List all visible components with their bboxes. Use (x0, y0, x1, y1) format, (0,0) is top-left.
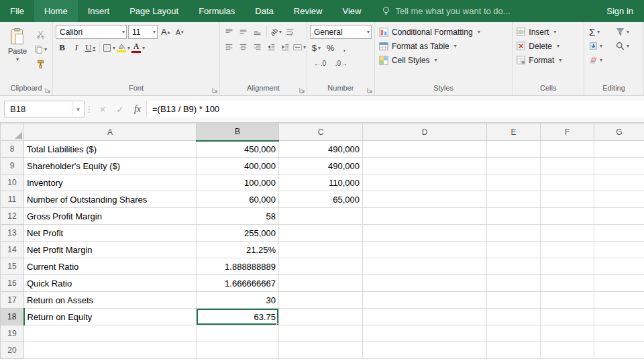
cell-E13[interactable] (487, 225, 541, 242)
cell-B16[interactable]: 1.666666667 (197, 275, 279, 292)
cell-F10[interactable] (541, 174, 594, 191)
cell-D13[interactable] (363, 225, 487, 242)
cell-G20[interactable] (594, 342, 644, 359)
row-header-9[interactable]: 9 (1, 158, 24, 174)
align-center-button[interactable] (237, 40, 250, 54)
cell-G13[interactable] (594, 225, 644, 242)
paste-dropdown-arrow[interactable]: ▾ (16, 56, 19, 62)
cell-B15[interactable]: 1.888888889 (197, 258, 279, 275)
cell-E19[interactable] (487, 325, 541, 342)
cell-F14[interactable] (541, 242, 594, 258)
cell-A11[interactable]: Number of Outstanding Shares (24, 191, 197, 208)
cell-F15[interactable] (541, 258, 594, 275)
increase-decimal-button[interactable]: ←.0 (310, 56, 330, 70)
cell-C12[interactable] (279, 208, 363, 225)
cell-F16[interactable] (541, 275, 594, 292)
sort-filter-button[interactable] (614, 25, 641, 39)
orientation-button[interactable]: ab (270, 25, 282, 38)
decrease-font-size-button[interactable]: A▾ (173, 25, 186, 39)
bold-button[interactable]: B (56, 41, 68, 54)
cell-C10[interactable]: 110,000 (279, 174, 363, 191)
cell-B12[interactable]: 58 (197, 208, 279, 225)
cell-F13[interactable] (541, 225, 594, 242)
cell-C16[interactable] (279, 275, 363, 292)
font-name-select[interactable]: Calibri▾ (56, 25, 127, 39)
align-right-button[interactable] (251, 40, 264, 54)
cell-E16[interactable] (487, 275, 541, 292)
cell-D10[interactable] (363, 174, 487, 191)
cell-F17[interactable] (541, 292, 594, 309)
insert-cells-button[interactable]: Insert (515, 25, 581, 39)
format-cells-button[interactable]: Format (515, 53, 581, 67)
cell-D16[interactable] (363, 275, 487, 292)
cell-A15[interactable]: Current Ratio (24, 258, 197, 275)
cell-G8[interactable] (594, 141, 644, 158)
tab-page-layout[interactable]: Page Layout (119, 0, 189, 22)
cell-G9[interactable] (594, 158, 644, 174)
cell-G16[interactable] (594, 275, 644, 292)
formula-bar-splitter[interactable]: ⋮ (85, 105, 94, 114)
copy-button[interactable] (34, 42, 47, 56)
cell-C9[interactable]: 490,000 (279, 158, 363, 174)
cell-B10[interactable]: 100,000 (197, 174, 279, 191)
fill-handle[interactable] (276, 323, 279, 325)
cell-E11[interactable] (487, 191, 541, 208)
row-header-8[interactable]: 8 (1, 141, 24, 158)
row-header-15[interactable]: 15 (1, 258, 24, 275)
number-format-select[interactable]: General▾ (310, 25, 372, 39)
cell-A12[interactable]: Gross Profit Margin (24, 208, 197, 225)
column-header-B[interactable]: B (197, 123, 279, 141)
autosum-button[interactable]: Σ (587, 25, 614, 39)
top-align-button[interactable] (223, 25, 235, 38)
cell-G11[interactable] (594, 191, 644, 208)
cell-C13[interactable] (279, 225, 363, 242)
tab-home[interactable]: Home (34, 0, 78, 22)
column-header-F[interactable]: F (541, 123, 594, 141)
cell-D17[interactable] (363, 292, 487, 309)
tab-view[interactable]: View (332, 0, 371, 22)
cell-F18[interactable] (541, 309, 594, 325)
italic-button[interactable]: I (70, 41, 83, 54)
select-all-corner[interactable] (1, 123, 24, 141)
increase-indent-button[interactable] (279, 40, 292, 54)
cell-F19[interactable] (541, 325, 594, 342)
cell-B9[interactable]: 400,000 (197, 158, 279, 174)
cell-G15[interactable] (594, 258, 644, 275)
conditional-formatting-button[interactable]: Conditional Formatting (378, 25, 509, 39)
cell-B20[interactable] (197, 342, 279, 359)
cell-F12[interactable] (541, 208, 594, 225)
cell-B19[interactable] (197, 325, 279, 342)
cell-D18[interactable] (363, 309, 487, 325)
enter-icon[interactable]: ✓ (111, 104, 129, 115)
cell-G12[interactable] (594, 208, 644, 225)
find-select-button[interactable] (614, 39, 641, 53)
tab-file[interactable]: File (0, 0, 34, 22)
comma-style-button[interactable]: , (338, 41, 351, 54)
cell-B13[interactable]: 255,000 (197, 225, 279, 242)
tell-me-box[interactable]: Tell me what you want to do... (382, 0, 510, 22)
cell-G18[interactable] (594, 309, 644, 325)
cell-D15[interactable] (363, 258, 487, 275)
tab-review[interactable]: Review (284, 0, 333, 22)
cell-styles-button[interactable]: Cell Styles (378, 53, 509, 67)
column-header-G[interactable]: G (594, 123, 644, 141)
cell-G10[interactable] (594, 174, 644, 191)
row-header-19[interactable]: 19 (1, 325, 24, 342)
cell-C20[interactable] (279, 342, 363, 359)
tab-formulas[interactable]: Formulas (189, 0, 245, 22)
cell-C19[interactable] (279, 325, 363, 342)
column-header-A[interactable]: A (24, 123, 197, 141)
column-header-E[interactable]: E (487, 123, 541, 141)
row-header-10[interactable]: 10 (1, 174, 24, 191)
increase-font-size-button[interactable]: A▴ (159, 25, 172, 39)
bottom-align-button[interactable] (251, 25, 264, 38)
name-box[interactable]: B18 ▾ (4, 101, 85, 117)
cell-G19[interactable] (594, 325, 644, 342)
cell-D12[interactable] (363, 208, 487, 225)
row-header-18[interactable]: 18 (1, 309, 24, 325)
row-header-12[interactable]: 12 (1, 208, 24, 225)
cell-B18[interactable]: 63.75 (197, 309, 279, 325)
cell-B14[interactable]: 21.25% (197, 242, 279, 258)
cell-A18[interactable]: Return on Equity (24, 309, 197, 325)
underline-button[interactable]: U (84, 41, 97, 54)
